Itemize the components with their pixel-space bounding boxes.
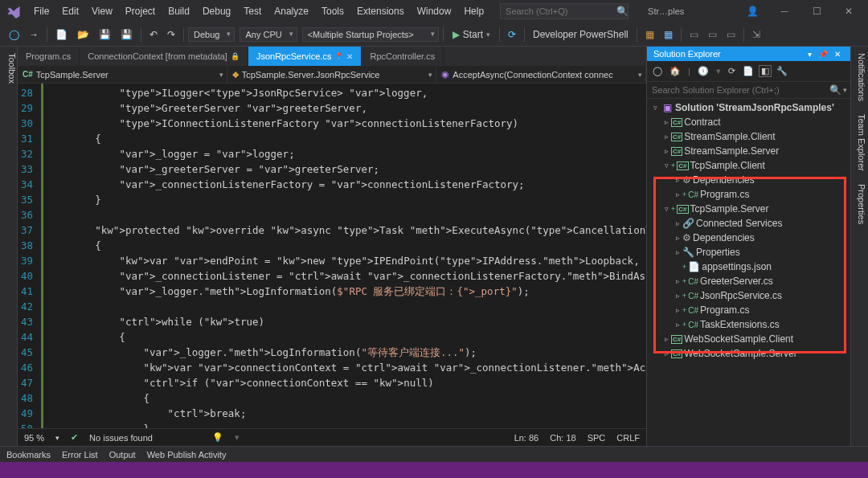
- tree-item[interactable]: ▹🔧Properties: [647, 245, 850, 259]
- panel-pin-icon[interactable]: 📌: [815, 50, 831, 59]
- toolbox-tab[interactable]: Toolbox: [0, 47, 18, 446]
- save-all-button[interactable]: 💾: [117, 27, 137, 43]
- sol-back-button[interactable]: ◯: [650, 64, 665, 78]
- menu-build[interactable]: Build: [162, 2, 196, 20]
- tree-twisty[interactable]: ▹: [661, 147, 671, 155]
- sol-refresh-icon[interactable]: ⟳: [726, 64, 738, 78]
- tree-item[interactable]: ▹+C#TaskExtensions.cs: [647, 317, 850, 332]
- tree-item[interactable]: ▹⚙Dependencies: [647, 173, 850, 187]
- bottom-tab-error-list[interactable]: Error List: [62, 450, 98, 460]
- maximize-button[interactable]: ☐: [800, 0, 833, 22]
- tree-twisty[interactable]: ▹: [661, 335, 671, 343]
- menu-tools[interactable]: Tools: [315, 2, 350, 20]
- tree-twisty[interactable]: ▹: [673, 190, 682, 198]
- tree-item[interactable]: ▿+C#TcpSample.Client: [647, 158, 850, 173]
- tree-item[interactable]: ▹C#StreamSample.Server: [647, 144, 850, 158]
- indent-mode[interactable]: SPC: [588, 433, 606, 443]
- refresh-button[interactable]: ⟳: [504, 27, 520, 43]
- tree-twisty[interactable]: ▹: [673, 248, 682, 256]
- tree-twisty[interactable]: ▿: [661, 205, 671, 213]
- platform-combo[interactable]: Any CPU: [240, 27, 297, 42]
- more3-icon[interactable]: ▭: [723, 27, 739, 43]
- zoom-level[interactable]: 95 %: [24, 433, 44, 443]
- menu-analyze[interactable]: Analyze: [268, 2, 315, 20]
- nav-back-button[interactable]: ◯: [5, 27, 23, 43]
- save-button[interactable]: 💾: [95, 27, 115, 43]
- tree-twisty[interactable]: ▹: [673, 306, 682, 314]
- tree-twisty[interactable]: ▹: [673, 176, 682, 184]
- issues-label[interactable]: No issues found: [89, 433, 153, 443]
- tree-item[interactable]: ▹🔗Connected Services: [647, 216, 850, 231]
- tree-twisty[interactable]: ▿: [661, 161, 671, 170]
- menu-window[interactable]: Window: [411, 2, 458, 20]
- tree-item[interactable]: ▿+C#TcpSample.Server: [647, 202, 850, 216]
- sol-showall-icon[interactable]: 📄: [740, 64, 756, 78]
- quick-search-input[interactable]: [506, 6, 616, 16]
- panel-close[interactable]: ✕: [831, 50, 844, 59]
- config-combo[interactable]: Debug: [188, 27, 235, 42]
- redo-button[interactable]: ↷: [163, 27, 179, 43]
- sol-properties-icon[interactable]: 🔧: [774, 64, 790, 78]
- pin-icon[interactable]: 📍: [334, 52, 343, 60]
- tree-item[interactable]: ▹C#StreamSample.Client: [647, 129, 850, 144]
- doc-tab[interactable]: ConnectionContext [from metadata]🔒: [80, 47, 248, 66]
- more2-icon[interactable]: ▭: [704, 27, 721, 43]
- tree-item[interactable]: ▹C#Contract: [647, 115, 850, 129]
- side-tab-properties[interactable]: Properties: [851, 178, 868, 231]
- undo-button[interactable]: ↶: [145, 27, 162, 43]
- side-tab-team-explorer[interactable]: Team Explorer: [851, 108, 868, 178]
- menu-edit[interactable]: Edit: [55, 2, 85, 20]
- tree-item[interactable]: +📄appsettings.json: [647, 259, 850, 274]
- eol-mode[interactable]: CRLF: [616, 433, 640, 443]
- nav-member[interactable]: ◉AcceptAsync(ConnectionContext connec: [436, 66, 646, 83]
- solution-search-input[interactable]: [650, 84, 829, 96]
- nav-project[interactable]: C#TcpSample.Server: [18, 66, 227, 83]
- bottom-tab-web-publish-activity[interactable]: Web Publish Activity: [147, 450, 227, 460]
- menu-view[interactable]: View: [85, 2, 119, 20]
- terminal-label[interactable]: Developer PowerShell: [529, 27, 633, 43]
- start-button[interactable]: ▶ Start ▾: [448, 27, 495, 42]
- live-share-icon[interactable]: ⇲: [748, 27, 764, 43]
- user-icon[interactable]: 👤: [736, 0, 768, 22]
- menu-extensions[interactable]: Extensions: [350, 2, 411, 20]
- bottom-tab-output[interactable]: Output: [109, 450, 136, 460]
- tree-item[interactable]: ▹C#WebSocketSample.Client: [647, 332, 850, 346]
- code-lines[interactable]: "type">ILogger<"type">JsonRpcService> "v…: [43, 84, 646, 428]
- panel-dropdown[interactable]: ▾: [805, 50, 815, 59]
- quick-search[interactable]: 🔍: [500, 3, 628, 19]
- nav-type[interactable]: ◆TcpSample.Server.JsonRpcService: [227, 66, 437, 83]
- tree-item[interactable]: ▹C#WebSocketSample.Server: [647, 346, 850, 361]
- more1-icon[interactable]: ▭: [686, 27, 702, 43]
- tree-twisty[interactable]: ▹: [673, 234, 682, 242]
- sol-sync-icon[interactable]: 🕔: [695, 64, 711, 78]
- ext2-icon[interactable]: ▦: [660, 27, 677, 43]
- side-tab-notifications[interactable]: Notifications: [851, 47, 868, 108]
- sol-collapse-icon[interactable]: ◧: [759, 65, 772, 77]
- tree-item[interactable]: ▹⚙Dependencies: [647, 231, 850, 245]
- solution-search[interactable]: 🔍 ▾: [647, 82, 850, 99]
- solution-root[interactable]: ▿ ▣ Solution 'StreamJsonRpcSamples': [647, 100, 850, 115]
- tree-item[interactable]: ▹+C#GreeterServer.cs: [647, 274, 850, 288]
- close-button[interactable]: ✕: [833, 0, 865, 22]
- open-button[interactable]: 📂: [73, 27, 93, 43]
- tree-twisty[interactable]: ▹: [661, 133, 671, 141]
- tree-twisty[interactable]: ▹: [661, 349, 671, 357]
- doc-tab[interactable]: RpcController.cs: [362, 47, 444, 66]
- nav-fwd-button[interactable]: →: [25, 27, 43, 43]
- solution-tree[interactable]: ▿ ▣ Solution 'StreamJsonRpcSamples' ▹C#C…: [647, 99, 850, 446]
- menu-test[interactable]: Test: [237, 2, 268, 20]
- menu-file[interactable]: File: [27, 2, 55, 20]
- tree-twisty[interactable]: ▹: [673, 277, 682, 285]
- tree-twisty[interactable]: ▹: [673, 219, 682, 227]
- tree-twisty[interactable]: ▹: [673, 321, 682, 329]
- new-project-button[interactable]: 📄: [51, 27, 72, 43]
- menu-help[interactable]: Help: [457, 2, 490, 20]
- tab-close[interactable]: ✕: [346, 52, 353, 61]
- tree-item[interactable]: ▹+C#Program.cs: [647, 303, 850, 317]
- minimize-button[interactable]: ─: [768, 0, 800, 22]
- menu-debug[interactable]: Debug: [196, 2, 237, 20]
- code-editor[interactable]: 2829303132333435363738394041424344454647…: [18, 84, 646, 428]
- menu-project[interactable]: Project: [119, 2, 162, 20]
- tree-twisty[interactable]: ▹: [673, 292, 682, 300]
- tree-item[interactable]: ▹+C#JsonRpcService.cs: [647, 288, 850, 303]
